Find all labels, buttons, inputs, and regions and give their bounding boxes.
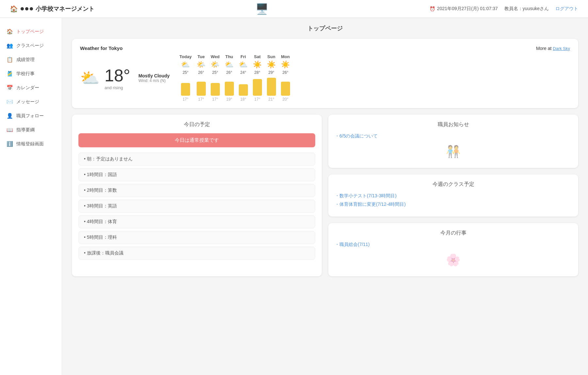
forecast-day-today: Today ⛅ 25° 17° [179, 54, 191, 102]
class-schedule-card: 今週のクラス予定 ・数学小テスト(7/13-3時間目)・体育体育館に変更(7/1… [328, 174, 578, 217]
header: 🏠 小学校マネージメント 🖥️ ⏰ 2021年09月27日(月) 01:07:3… [0, 0, 588, 18]
forecast-label: Wed [211, 54, 220, 59]
schedule-banner: 今日は通常授業です [78, 133, 315, 147]
forecast-low: 18° [240, 97, 246, 102]
logo-house-icon: 🏠 [10, 5, 18, 13]
main-layout: 🏠 トップページ 👥 クラスページ 📋 成績管理 🎽 学校行事 📅 カレンダー … [0, 18, 588, 375]
forecast-high: 29° [269, 70, 274, 75]
forecast-day-wed: Wed 🌤️ 25° 17° [211, 54, 220, 102]
forecast-day-tue: Tue 🌤️ 26° 17° [197, 54, 206, 102]
staff-notice-link[interactable]: ・6/5の会議について [335, 133, 378, 139]
forecast-bar-wrap [197, 76, 206, 96]
class-schedule-link[interactable]: ・体育体育館に変更(7/12-4時間目) [335, 202, 572, 207]
dark-sky-link[interactable]: Dark Sky [553, 46, 570, 51]
center-icon: 🖥️ [255, 3, 269, 15]
teacher-label: 教員名：yuusukeさん [504, 6, 549, 12]
sidebar-label-info: 情報登録画面 [16, 141, 44, 147]
weather-temp: 18° [105, 66, 130, 85]
forecast-high: 26° [283, 70, 288, 75]
forecast-label: Sat [254, 54, 261, 59]
forecast-day-sat: Sat ☀️ 28° 17° [253, 54, 262, 102]
forecast-high: 25° [183, 70, 188, 75]
sidebar-item-curriculum[interactable]: 📖 指導要綱 [0, 123, 62, 137]
dot-2 [25, 7, 28, 10]
sidebar-label-curriculum: 指導要綱 [16, 127, 35, 133]
forecast-label: Today [179, 54, 191, 59]
forecast-high: 28° [254, 70, 260, 75]
forecast-low: 20° [283, 97, 288, 102]
sidebar-label-grades: 成績管理 [16, 57, 35, 63]
datetime-text: 2021年09月27日(月) 01:07:37 [437, 6, 498, 12]
weather-body: ⛅ 18° and rising Mostly Cloudy Wind: 4 m… [80, 54, 570, 102]
weather-header: Weather for Tokyo More at Dark Sky [80, 45, 570, 51]
forecast-icon: ☀️ [267, 60, 276, 69]
content-grid: 今日の予定 今日は通常授業です • 朝：予定はありません• 1時間目：国語• 2… [72, 115, 578, 276]
events-illustration: 🌸 [335, 250, 572, 270]
weather-forecast: Today ⛅ 25° 17° Tue 🌤️ 26° 17° Wed 🌤️ 25… [179, 54, 570, 102]
sidebar-item-info[interactable]: ℹ️ 情報登録画面 [0, 137, 62, 151]
forecast-low: 17° [198, 97, 204, 102]
sidebar-item-calendar[interactable]: 📅 カレンダー [0, 81, 62, 95]
header-center: 🖥️ [255, 3, 269, 15]
forecast-high: 26° [226, 70, 232, 75]
sidebar-label-messages: メッセージ [16, 99, 39, 105]
clock-icon: ⏰ [430, 6, 435, 11]
forecast-bar-wrap [253, 76, 262, 96]
forecast-low: 21° [269, 97, 274, 102]
schedule-item: • 3時間目：英語 [78, 200, 315, 213]
weather-more-link[interactable]: More at Dark Sky [536, 46, 570, 51]
monthly-events-title: 今月の行事 [335, 230, 572, 236]
sidebar-label-top: トップページ [16, 29, 44, 35]
forecast-low: 17° [183, 97, 188, 102]
dot-1 [21, 7, 24, 10]
forecast-bar-wrap [281, 76, 290, 96]
header-right: ⏰ 2021年09月27日(月) 01:07:37 教員名：yuusukeさん … [430, 6, 578, 12]
staff-notice-illustration: 🧑‍🤝‍🧑 [335, 142, 572, 161]
today-schedule-title: 今日の予定 [78, 121, 315, 128]
sidebar-label-staff-follow: 職員フォロー [16, 113, 44, 119]
monthly-events-card: 今月の行事 ・職員総会(7/11) 🌸 [328, 223, 578, 276]
sidebar-item-events[interactable]: 🎽 学校行事 [0, 67, 62, 81]
sidebar-item-staff-follow[interactable]: 👤 職員フォロー [0, 109, 62, 123]
class-schedule-links: ・数学小テスト(7/13-3時間目)・体育体育館に変更(7/12-4時間目) [335, 193, 572, 207]
logo-dots [21, 7, 33, 10]
weather-rising: and rising [105, 85, 130, 90]
weather-card: Weather for Tokyo More at Dark Sky ⛅ 18°… [72, 39, 578, 108]
forecast-label: Mon [281, 54, 290, 59]
class-schedule-link[interactable]: ・数学小テスト(7/13-3時間目) [335, 193, 572, 199]
class-schedule-title: 今週のクラス予定 [335, 181, 572, 188]
forecast-bar-wrap [181, 76, 190, 96]
forecast-bar [253, 79, 262, 96]
forecast-low: 17° [254, 97, 260, 102]
weather-condition: Mostly Cloudy [139, 73, 170, 78]
sidebar-item-top[interactable]: 🏠 トップページ [0, 24, 62, 39]
page-title: トップページ [72, 24, 578, 32]
forecast-bar [197, 82, 206, 96]
forecast-icon: ☀️ [281, 60, 290, 69]
forecast-label: Tue [198, 54, 205, 59]
events-icon: 🎽 [7, 71, 13, 77]
forecast-bar [267, 78, 276, 96]
forecast-day-sun: Sun ☀️ 29° 21° [267, 54, 276, 102]
logout-button[interactable]: ログアウト [555, 6, 578, 12]
info-icon: ℹ️ [7, 141, 13, 147]
sidebar-item-grades[interactable]: 📋 成績管理 [0, 53, 62, 67]
staff-notice-card: 職員お知らせ ・6/5の会議について 🧑‍🤝‍🧑 [328, 115, 578, 168]
today-schedule-card: 今日の予定 今日は通常授業です • 朝：予定はありません• 1時間目：国語• 2… [72, 115, 322, 276]
forecast-day-thu: Thu ⛅ 26° 19° [225, 54, 234, 102]
forecast-bar-wrap [267, 76, 276, 96]
forecast-label: Fri [240, 54, 246, 59]
sidebar-item-messages[interactable]: ✉️ メッセージ [0, 95, 62, 109]
forecast-high: 25° [212, 70, 218, 75]
logo: 🏠 小学校マネージメント [10, 5, 94, 13]
sidebar-item-class[interactable]: 👥 クラスページ [0, 39, 62, 53]
schedule-item: • 放課後：職員会議 [78, 247, 315, 260]
event-link[interactable]: ・職員総会(7/11) [335, 242, 370, 247]
logo-text: 小学校マネージメント [36, 5, 94, 13]
sidebar-label-class: クラスページ [16, 43, 44, 49]
weather-condition-info: Mostly Cloudy Wind: 4 m/s (N) [139, 73, 170, 83]
weather-title: Weather for Tokyo [80, 45, 122, 51]
sidebar-label-calendar: カレンダー [16, 85, 39, 91]
forecast-bar-wrap [239, 76, 248, 96]
sidebar: 🏠 トップページ 👥 クラスページ 📋 成績管理 🎽 学校行事 📅 カレンダー … [0, 18, 62, 375]
